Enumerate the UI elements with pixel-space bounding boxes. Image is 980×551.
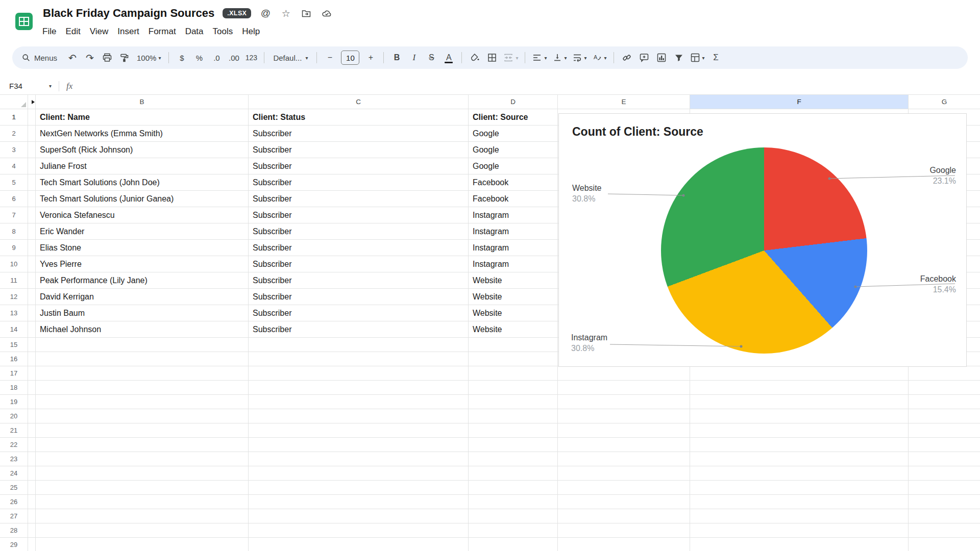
row-header[interactable]: 10 bbox=[0, 256, 28, 272]
cell-d[interactable] bbox=[469, 352, 558, 366]
cell-f[interactable] bbox=[690, 538, 909, 551]
cell-d[interactable]: Facebook bbox=[469, 174, 558, 190]
menu-tools[interactable]: Tools bbox=[208, 26, 238, 38]
cell-g[interactable] bbox=[909, 495, 980, 509]
cell-a[interactable] bbox=[28, 409, 36, 423]
row-header[interactable]: 2 bbox=[0, 126, 28, 141]
cell-a[interactable] bbox=[28, 523, 36, 537]
cell-a[interactable] bbox=[28, 381, 36, 394]
cell-c[interactable] bbox=[249, 338, 469, 352]
cell-a[interactable] bbox=[28, 509, 36, 523]
cell-f[interactable] bbox=[690, 395, 909, 409]
cell-c[interactable] bbox=[249, 495, 469, 509]
cell-b[interactable] bbox=[36, 438, 249, 452]
cell-b[interactable]: Veronica Stefanescu bbox=[36, 207, 249, 223]
increase-font-size-button[interactable]: + bbox=[362, 49, 379, 66]
cell-c[interactable]: Subscriber bbox=[249, 158, 469, 174]
cell-f[interactable] bbox=[690, 481, 909, 494]
paint-format-button[interactable] bbox=[116, 49, 133, 66]
cell-b[interactable]: NextGen Networks (Emma Smith) bbox=[36, 126, 249, 141]
cell-c[interactable]: Subscriber bbox=[249, 174, 469, 190]
cell-f[interactable] bbox=[690, 438, 909, 452]
column-header-b[interactable]: B bbox=[36, 95, 249, 109]
cell-a[interactable] bbox=[28, 481, 36, 494]
cell-d[interactable] bbox=[469, 366, 558, 380]
row-header[interactable]: 22 bbox=[0, 438, 28, 452]
row-header[interactable]: 1 bbox=[0, 109, 28, 125]
cell-f[interactable] bbox=[690, 381, 909, 394]
cell-c[interactable]: Subscriber bbox=[249, 272, 469, 288]
cell-e[interactable] bbox=[558, 481, 690, 494]
cell-a[interactable] bbox=[28, 395, 36, 409]
cell-b[interactable] bbox=[36, 366, 249, 380]
hidden-column-a-header[interactable] bbox=[28, 95, 36, 109]
sheets-logo[interactable] bbox=[15, 13, 33, 30]
cell-b[interactable]: Client: Name bbox=[36, 109, 249, 125]
cell-f[interactable] bbox=[690, 409, 909, 423]
cell-e[interactable] bbox=[558, 466, 690, 480]
cell-d[interactable]: Client: Source bbox=[469, 109, 558, 125]
row-header[interactable]: 5 bbox=[0, 174, 28, 190]
cell-c[interactable] bbox=[249, 466, 469, 480]
cell-b[interactable] bbox=[36, 466, 249, 480]
cell-c[interactable] bbox=[249, 523, 469, 537]
row-header[interactable]: 20 bbox=[0, 409, 28, 423]
cell-f[interactable] bbox=[690, 523, 909, 537]
cell-d[interactable]: Website bbox=[469, 289, 558, 305]
cell-a[interactable] bbox=[28, 191, 36, 207]
cell-c[interactable]: Client: Status bbox=[249, 109, 469, 125]
cell-b[interactable]: Elias Stone bbox=[36, 240, 249, 256]
decrease-font-size-button[interactable]: − bbox=[322, 49, 338, 66]
cell-c[interactable] bbox=[249, 481, 469, 494]
cell-b[interactable] bbox=[36, 452, 249, 466]
cell-a[interactable] bbox=[28, 538, 36, 551]
select-all-corner[interactable] bbox=[0, 95, 28, 109]
star-icon[interactable]: ☆ bbox=[280, 7, 292, 19]
cell-g[interactable] bbox=[909, 466, 980, 480]
row-header[interactable]: 18 bbox=[0, 381, 28, 394]
cell-a[interactable] bbox=[28, 223, 36, 239]
cell-c[interactable] bbox=[249, 352, 469, 366]
cell-d[interactable] bbox=[469, 495, 558, 509]
cell-d[interactable] bbox=[469, 466, 558, 480]
cell-b[interactable] bbox=[36, 495, 249, 509]
cell-g[interactable] bbox=[909, 381, 980, 394]
row-header[interactable]: 23 bbox=[0, 452, 28, 466]
table-views-dropdown[interactable]: ▾ bbox=[688, 49, 707, 66]
cell-b[interactable] bbox=[36, 523, 249, 537]
cell-e[interactable] bbox=[558, 523, 690, 537]
text-rotation-dropdown[interactable]: A ▾ bbox=[590, 49, 609, 66]
cell-e[interactable] bbox=[558, 509, 690, 523]
column-header-g[interactable]: G bbox=[909, 95, 980, 109]
row-header[interactable]: 19 bbox=[0, 395, 28, 409]
cell-b[interactable] bbox=[36, 423, 249, 437]
cell-e[interactable] bbox=[558, 409, 690, 423]
cell-d[interactable]: Google bbox=[469, 158, 558, 174]
row-header[interactable]: 21 bbox=[0, 423, 28, 437]
menus-search-button[interactable]: Menus bbox=[17, 49, 63, 66]
cell-b[interactable] bbox=[36, 409, 249, 423]
vertical-align-dropdown[interactable]: ▾ bbox=[550, 49, 569, 66]
cell-e[interactable] bbox=[558, 366, 690, 380]
more-formats-button[interactable]: 123 bbox=[243, 49, 259, 66]
row-header[interactable]: 4 bbox=[0, 158, 28, 174]
cell-d[interactable]: Instagram bbox=[469, 207, 558, 223]
menu-help[interactable]: Help bbox=[237, 26, 264, 38]
column-header-d[interactable]: D bbox=[469, 95, 558, 109]
zoom-dropdown[interactable]: 100% ▾ bbox=[134, 49, 164, 66]
row-header[interactable]: 29 bbox=[0, 538, 28, 551]
cell-c[interactable]: Subscriber bbox=[249, 305, 469, 321]
cell-f[interactable] bbox=[690, 509, 909, 523]
merge-cells-dropdown[interactable]: ▾ bbox=[501, 49, 520, 66]
cell-a[interactable] bbox=[28, 338, 36, 352]
cell-c[interactable] bbox=[249, 509, 469, 523]
cell-f[interactable] bbox=[690, 423, 909, 437]
cell-g[interactable] bbox=[909, 523, 980, 537]
cell-e[interactable] bbox=[558, 423, 690, 437]
cell-d[interactable] bbox=[469, 423, 558, 437]
cell-c[interactable] bbox=[249, 452, 469, 466]
pie[interactable] bbox=[661, 147, 867, 354]
cell-b[interactable] bbox=[36, 338, 249, 352]
cell-a[interactable] bbox=[28, 452, 36, 466]
cell-g[interactable] bbox=[909, 409, 980, 423]
